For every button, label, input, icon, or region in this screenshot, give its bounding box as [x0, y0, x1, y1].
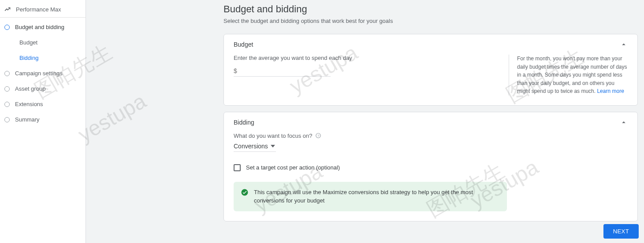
strategy-banner: This campaign will use the Maximize conv…: [234, 182, 507, 211]
sidebar-item-campaign-settings[interactable]: Campaign settings: [0, 66, 86, 81]
sidebar-item-asset-group[interactable]: Asset group: [0, 81, 86, 96]
chevron-up-icon: [620, 118, 628, 126]
focus-dropdown[interactable]: Conversions: [234, 142, 276, 152]
sidebar-top-label: Performance Max: [16, 6, 61, 13]
budget-card: Budget Enter the average you want to spe…: [223, 34, 638, 106]
next-button[interactable]: NEXT: [603, 224, 639, 239]
banner-pre: This campaign will use the: [254, 189, 323, 195]
help-icon[interactable]: ?: [315, 133, 321, 139]
chevron-up-icon: [620, 40, 628, 48]
step-indicator-icon: [4, 86, 10, 92]
target-cpa-checkbox[interactable]: [234, 164, 241, 171]
target-cpa-label: Set a target cost per action (optional): [246, 164, 340, 171]
bidding-card-title: Bidding: [234, 119, 254, 126]
sidebar-item-label: Extensions: [15, 101, 43, 107]
focus-label: What do you want to focus on?: [234, 133, 313, 139]
arrow-down-icon: [271, 145, 275, 147]
sidebar-item-label: Asset group: [15, 85, 45, 92]
step-indicator-icon: [4, 25, 10, 30]
budget-field-label: Enter the average you want to spend each…: [234, 55, 498, 61]
sidebar-item-performance-max[interactable]: Performance Max: [0, 2, 86, 18]
sidebar-item-budget-bidding[interactable]: Budget and bidding: [0, 19, 86, 35]
trend-icon: [4, 7, 11, 13]
budget-side-note: For the month, you won't pay more than y…: [509, 55, 628, 96]
svg-point-2: [242, 189, 248, 195]
focus-value: Conversions: [234, 143, 268, 150]
banner-bold: Maximize conversions: [323, 189, 379, 195]
step-indicator-icon: [4, 117, 10, 122]
sidebar-item-label: Budget and bidding: [15, 24, 64, 30]
budget-card-title: Budget: [234, 41, 253, 48]
sidebar-item-label: Campaign settings: [15, 70, 63, 77]
budget-card-header[interactable]: Budget: [224, 34, 637, 55]
main-area: Budget and bidding Select the budget and…: [86, 0, 644, 243]
budget-input[interactable]: [234, 66, 331, 77]
step-indicator-icon: [4, 102, 10, 107]
sidebar: Performance Max Budget and bidding Budge…: [0, 0, 86, 243]
bidding-card: Bidding What do you want to focus on? ? …: [223, 112, 638, 221]
sidebar-item-extensions[interactable]: Extensions: [0, 96, 86, 112]
sidebar-sub-bidding[interactable]: Bidding: [0, 50, 86, 66]
check-circle-icon: [241, 188, 249, 196]
learn-more-link[interactable]: Learn more: [597, 88, 624, 94]
page-subtitle: Select the budget and bidding options th…: [223, 18, 638, 24]
sidebar-item-label: Summary: [15, 116, 40, 123]
bidding-card-header[interactable]: Bidding: [224, 112, 637, 133]
svg-text:?: ?: [317, 134, 319, 138]
step-indicator-icon: [4, 71, 10, 76]
sidebar-sub-budget[interactable]: Budget: [0, 35, 86, 50]
page-title: Budget and bidding: [223, 4, 638, 15]
sidebar-item-summary[interactable]: Summary: [0, 112, 86, 127]
